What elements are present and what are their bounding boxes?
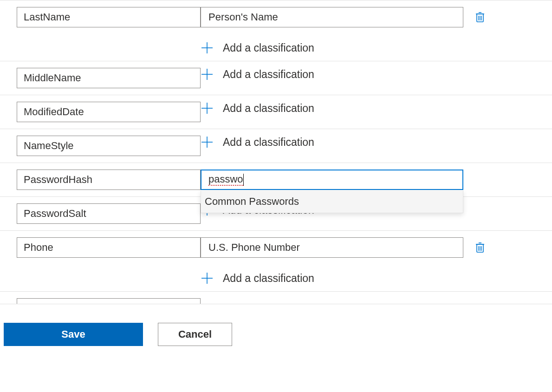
column-name-box: PasswordHash	[17, 170, 201, 190]
add-classification-label: Add a classification	[223, 272, 314, 285]
classification-input[interactable]: Person's Name	[201, 7, 463, 27]
add-classification-label: Add a classification	[223, 68, 314, 81]
delete-classification-button[interactable]	[471, 237, 489, 258]
row-lastname: LastName Person's Name Add a classificat…	[0, 0, 552, 61]
plus-icon	[201, 41, 214, 54]
plus-icon	[201, 68, 214, 81]
plus-icon	[201, 136, 214, 149]
column-name-box: PasswordSalt	[17, 203, 201, 224]
trash-icon	[475, 11, 485, 23]
row-modifieddate: ModifiedDate Add a classification	[0, 95, 552, 129]
row-namestyle: NameStyle Add a classification	[0, 129, 552, 163]
cancel-button[interactable]: Cancel	[158, 323, 232, 346]
classification-input[interactable]: U.S. Phone Number	[201, 237, 463, 258]
footer: Save Cancel	[0, 304, 552, 355]
plus-icon	[201, 102, 214, 115]
add-classification-button[interactable]: Add a classification	[201, 136, 314, 149]
suggestion-item[interactable]: Common Passwords	[201, 190, 463, 213]
text-caret	[243, 174, 244, 186]
column-name-box: LastName	[17, 7, 201, 27]
trash-icon	[475, 242, 485, 254]
column-name-box: MiddleName	[17, 68, 201, 88]
add-classification-button[interactable]: Add a classification	[201, 41, 314, 54]
classification-suggestions-dropdown: Common Passwords	[201, 190, 463, 213]
add-classification-label: Add a classification	[223, 102, 314, 115]
column-name-box-peek	[17, 298, 201, 304]
add-classification-button[interactable]: Add a classification	[201, 68, 314, 81]
schema-rows: LastName Person's Name Add a classificat…	[0, 0, 552, 304]
add-classification-label: Add a classification	[223, 136, 314, 149]
delete-classification-button[interactable]	[471, 7, 489, 27]
row-phone: Phone U.S. Phone Number Add a classifica…	[0, 231, 552, 292]
row-peek	[0, 292, 552, 304]
classification-input-active[interactable]: passwo	[201, 170, 463, 190]
row-passwordhash: PasswordHash passwo Common Passwords	[0, 163, 552, 197]
row-middlename: MiddleName Add a classification	[0, 61, 552, 95]
plus-icon	[201, 272, 214, 285]
column-name-box: NameStyle	[17, 136, 201, 156]
add-classification-label: Add a classification	[223, 42, 314, 54]
save-button[interactable]: Save	[4, 323, 143, 346]
add-classification-button[interactable]: Add a classification	[201, 272, 314, 285]
typed-text: passwo	[208, 174, 243, 185]
column-name-box: ModifiedDate	[17, 102, 201, 122]
column-name-box: Phone	[17, 237, 201, 258]
add-classification-button[interactable]: Add a classification	[201, 102, 314, 115]
